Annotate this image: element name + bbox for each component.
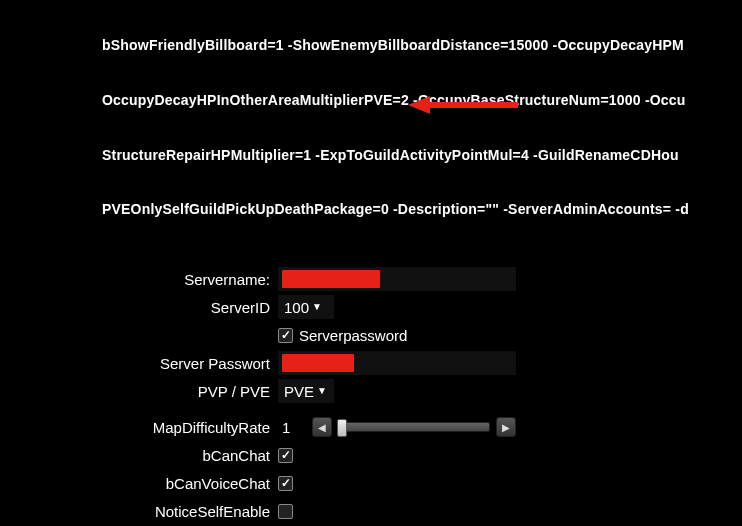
label-noticeselfenable: NoticeSelfEnable <box>32 503 278 520</box>
slider-thumb[interactable] <box>337 419 347 437</box>
label-bcanvoicechat: bCanVoiceChat <box>32 475 278 492</box>
noticeselfenable-checkbox[interactable] <box>278 504 293 519</box>
chevron-down-icon: ▼ <box>312 302 322 312</box>
label-serverid: ServerID <box>32 299 278 316</box>
serverpassword-checkbox[interactable] <box>278 328 293 343</box>
difficulty-slider: ◀ ▶ <box>312 417 516 437</box>
bcanchat-checkbox[interactable] <box>278 448 293 463</box>
chevron-down-icon: ▼ <box>317 386 327 396</box>
config-line-2: OccupyDecayHPInOtherAreaMultiplierPVE=2 … <box>102 91 742 109</box>
label-pvp-pve: PVP / PVE <box>32 383 278 400</box>
row-bcanchat: bCanChat <box>32 442 742 468</box>
row-noticeselfenable: NoticeSelfEnable <box>32 498 742 524</box>
label-bcanchat: bCanChat <box>32 447 278 464</box>
serverid-value: 100 <box>284 299 309 316</box>
row-bcanvoicechat: bCanVoiceChat <box>32 470 742 496</box>
config-line-1: bShowFriendlyBillboard=1 -ShowEnemyBillb… <box>102 36 742 54</box>
config-line-4: PVEOnlySelfGuildPickUpDeathPackage=0 -De… <box>102 200 742 218</box>
row-pvp-pve: PVP / PVE PVE ▼ <box>32 378 742 404</box>
row-serverid: ServerID 100 ▼ <box>32 294 742 320</box>
row-servername: Servername: <box>32 266 742 292</box>
serverid-select[interactable]: 100 ▼ <box>278 295 334 319</box>
bcanvoicechat-checkbox[interactable] <box>278 476 293 491</box>
map-difficulty-value: 1 <box>278 419 306 436</box>
row-server-passwort: Server Passwort <box>32 350 742 376</box>
row-map-difficulty: MapDifficultyRate 1 ◀ ▶ <box>32 414 742 440</box>
serverpassword-label: Serverpassword <box>299 327 407 344</box>
config-line-3: StructureRepairHPMultiplier=1 -ExpToGuil… <box>102 146 742 164</box>
slider-track[interactable] <box>338 422 490 432</box>
row-serverpassword-flag: Serverpassword <box>32 322 742 348</box>
server-settings-form: Servername: ServerID 100 ▼ Serverpasswor… <box>0 266 742 526</box>
slider-increment-button[interactable]: ▶ <box>496 417 516 437</box>
pvp-pve-value: PVE <box>284 383 314 400</box>
label-server-passwort: Server Passwort <box>32 355 278 372</box>
label-servername: Servername: <box>32 271 278 288</box>
slider-decrement-button[interactable]: ◀ <box>312 417 332 437</box>
config-header-block: bShowFriendlyBillboard=1 -ShowEnemyBillb… <box>0 0 742 236</box>
redacted-passwort <box>282 354 354 372</box>
redacted-servername <box>282 270 380 288</box>
pvp-pve-select[interactable]: PVE ▼ <box>278 379 334 403</box>
label-map-difficulty: MapDifficultyRate <box>32 419 278 436</box>
